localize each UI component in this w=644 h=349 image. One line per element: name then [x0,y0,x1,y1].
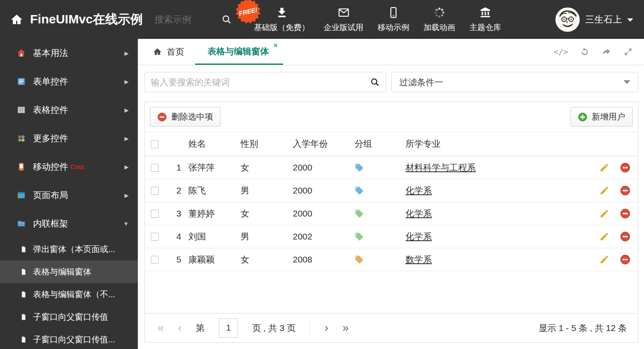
edit-pencil-icon[interactable] [599,232,609,242]
major-link[interactable]: 化学系 [406,209,432,218]
row-checkbox-cell [145,248,169,271]
keyword-search-input[interactable] [151,77,370,87]
open-new-window-icon[interactable] [601,47,611,57]
delete-minus-icon[interactable] [620,163,630,173]
user-menu[interactable]: 三生石上 [555,8,633,32]
sidebar-item-inline-frame[interactable]: 内联框架 ▼ [0,209,138,238]
caret-down-icon [627,18,633,22]
folder-icon [17,219,26,228]
users-table: 姓名 性别 入学年份 分组 所学专业 1 张萍萍 [145,132,638,271]
sidebar-subitem-label: 子窗口向父窗口传值... [33,334,115,345]
cell-group [355,179,406,202]
tab-home[interactable]: 首页 [138,39,195,65]
mobile-controls-icon [17,162,26,171]
row-checkbox[interactable] [151,233,159,241]
delete-minus-icon[interactable] [620,186,630,196]
table-row: 1 张萍萍 女 2000 材料科学与工程系 [145,156,638,179]
delete-selected-button[interactable]: 删除选中项 [150,107,221,127]
select-all-checkbox[interactable] [151,140,159,148]
sidebar-item-page-layout[interactable]: 页面布局 ▶ [0,181,138,209]
plus-circle-icon [578,112,587,122]
nav-item-mobile-demo[interactable]: 移动示例 [378,6,409,33]
delete-minus-icon[interactable] [620,209,630,219]
page-number-input[interactable] [219,318,238,338]
header-actions [591,132,638,156]
header-search-input[interactable] [155,14,221,25]
nav-item-basic-free[interactable]: FREE! 基础版（免费） [254,6,309,33]
row-checkbox[interactable] [151,187,159,195]
delete-minus-icon[interactable] [620,255,630,265]
sidebar-item-basic-usage[interactable]: 基本用法 ▶ [0,39,138,67]
cell-group [355,248,406,271]
edit-pencil-icon[interactable] [599,186,609,196]
brand: FineUIMvc在线示例 [0,11,143,28]
major-link[interactable]: 数学系 [406,255,432,264]
first-page-button[interactable]: « [157,322,164,334]
cell-gender: 男 [241,179,293,202]
avatar-face [557,9,578,31]
sidebar: 基本用法 ▶ 表单控件 ▶ 表格控件 ▶ 更多控件 ▶ 移动控件 Cor [0,39,138,349]
sidebar-item-more-controls[interactable]: 更多控件 ▶ [0,124,138,153]
app-title: FineUIMvc在线示例 [30,11,143,28]
refresh-icon[interactable] [580,47,590,57]
search-icon[interactable] [221,14,232,25]
filter-dropdown[interactable]: 过滤条件一 [391,72,638,92]
edit-pencil-icon[interactable] [599,163,609,173]
sidebar-subitem-grid-edit-window[interactable]: 表格与编辑窗体 [0,260,138,283]
tag-icon [355,209,364,218]
sidebar-item-form-controls[interactable]: 表单控件 ▶ [0,67,138,96]
delete-selected-label: 删除选中项 [171,111,213,122]
major-link[interactable]: 化学系 [406,186,432,195]
sidebar-item-label: 内联框架 [33,218,68,229]
tag-icon [355,255,364,264]
sidebar-item-table-controls[interactable]: 表格控件 ▶ [0,96,138,124]
cell-year: 2000 [293,202,355,225]
sidebar-item-mobile-controls[interactable]: 移动控件 Corp. ▶ [0,153,138,181]
envelope-icon [337,6,350,19]
source-code-icon[interactable]: </> [554,47,568,56]
next-page-button[interactable]: › [325,322,328,334]
spinner-icon [433,6,446,19]
avatar[interactable] [555,8,580,32]
add-user-button[interactable]: 新增用户 [570,107,633,127]
delete-minus-icon[interactable] [620,232,630,242]
layout-icon [17,191,26,200]
mobile-icon [387,6,400,19]
sidebar-subitem-grid-edit-window-2[interactable]: 表格与编辑窗体（不... [0,283,138,306]
sidebar-item-label: 基本用法 [33,47,68,59]
last-page-button[interactable]: » [342,322,349,334]
edit-pencil-icon[interactable] [599,255,609,265]
row-checkbox[interactable] [151,164,159,172]
nav-item-loading-animation[interactable]: 加载动画 [423,6,455,33]
fullscreen-icon[interactable] [623,47,633,57]
sidebar-subitem-child-to-parent[interactable]: 子窗口向父窗口传值 [0,306,138,328]
sidebar-item-label: 表单控件 [33,76,68,87]
cell-name: 陈飞 [188,179,241,202]
edit-pencil-icon[interactable] [599,209,609,219]
prev-page-button[interactable]: ‹ [178,322,182,334]
cell-major: 化学系 [406,179,591,202]
logo-home-icon[interactable] [10,13,23,26]
search-icon[interactable] [370,77,380,87]
major-link[interactable]: 材料科学与工程系 [406,163,476,172]
username: 三生石上 [585,13,622,26]
cell-name: 张萍萍 [188,156,241,179]
sidebar-item-label: 页面布局 [33,189,68,201]
header-number-cell [169,132,188,156]
sidebar-subitem-popup-window[interactable]: 弹出窗体（本页面或... [0,238,138,260]
major-link[interactable]: 化学系 [406,232,432,241]
sidebar-item-label: 移动控件 [33,161,68,173]
table-row: 3 董婷婷 女 2000 化学系 [145,202,638,225]
sidebar-subitem-child-to-parent-2[interactable]: 子窗口向父窗口传值... [0,328,138,349]
file-icon [20,336,27,343]
tab-grid-edit-window[interactable]: 表格与编辑窗体 ✕ [195,39,283,65]
table-row: 4 刘国 男 2002 化学系 [145,225,638,248]
nav-item-theme-repo[interactable]: 主题仓库 [469,6,501,33]
row-checkbox[interactable] [151,210,159,218]
nav-item-enterprise-trial[interactable]: 企业版试用 [324,6,363,33]
home-icon [153,47,162,56]
row-checkbox[interactable] [151,256,159,264]
table-row: 5 康颖颖 女 2008 数学系 [145,248,638,271]
tab-close-icon[interactable]: ✕ [273,42,278,49]
chevron-right-icon: ▶ [124,50,129,56]
